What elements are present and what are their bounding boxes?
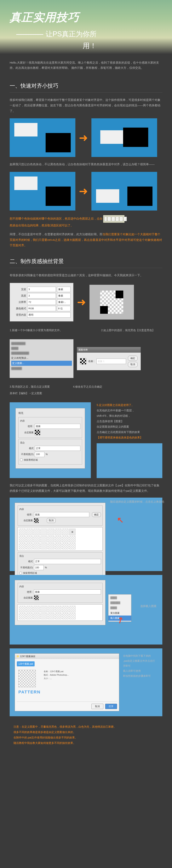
pattern-grid[interactable]: ⚙ — [18, 527, 103, 551]
cap2: 2.如上图中的选区，填充黑色【注意是黑色】 — [101, 328, 155, 333]
pattern-thumb — [80, 358, 86, 364]
white-block — [14, 123, 37, 136]
explorer-shot: 📁 129个图案抽丝 129个图案.pat PATTERN 名称：129个图案.… — [10, 648, 162, 716]
footnote: 注意：在定义图案中，尽量填充黑色，很多情况为黑，白色为无，其他情况自己琢磨。 很… — [10, 724, 162, 746]
s1-p1: 很多时候我们画图，希望某个对象相对于整个页面或者某个对象对齐居中。这个操作很简单… — [10, 97, 162, 114]
arrow-icon: ➜ — [77, 293, 86, 311]
cap3b: 菜单栏【编辑】→定义图案 — [10, 391, 50, 396]
gear-icon[interactable]: ⚙ — [69, 529, 75, 535]
s2-p5: 我们可以定义很多不同的图案，当然网上也有很多已经制作好的自定义图案的文件【.pa… — [10, 483, 162, 494]
file-meta: 名称：129个图案.pat 格式：Adobe Photoshop... 大小：.… — [44, 670, 69, 697]
demo1: ➜ — [10, 118, 162, 157]
before-box — [10, 118, 75, 157]
after-box2 — [92, 172, 157, 211]
new-doc-dialog: 宽度3像素 高度3像素 分辨率72像素/... 颜色模式RGB8 位 背景内容透… — [10, 283, 73, 321]
intro-text: Hello,大家好！很高兴能再次在这里和大家共同交流。继上个教程之后，收到了很多… — [10, 54, 162, 76]
explorer-notes: 在电脑中找到下载下来的 .pat自定义图案文件并点击打开即可 载入后即可使用 即… — [123, 653, 157, 679]
result-preview — [97, 443, 162, 478]
pattern-grid2[interactable] — [18, 604, 103, 621]
black-block — [46, 133, 71, 152]
white-block — [14, 177, 37, 190]
label-a: 随后选择自定义图案的时候，点击右上角齿轮 — [110, 499, 164, 504]
s1-p2: 如果我只想让白色色块动，不让黑色色块动，让白色色块相对于黑色色块垂直居中对齐，该… — [10, 162, 162, 167]
fill-dialog2: 内容 使用 :图案确定 自定图案取消 ⚙ 混合 模式正常 不透明度(O)100%… — [15, 503, 105, 581]
s1-p3: 想不想哪个色块动就画对哪个色块的选区，然后选中白色图层之后，点击 ⫞⫟⫠⊤⫧⊥ … — [10, 215, 162, 228]
cap1: 1.新建一个3×3像素大小背景为透明的文件。 — [10, 328, 62, 333]
before-box2 — [10, 172, 75, 211]
banner-title: 真正实用技巧 — [10, 8, 162, 27]
ok-button[interactable]: 确定 — [128, 356, 138, 361]
banner: 真正实用技巧 让PS真正为你所用！ — [0, 0, 172, 54]
fill-demo: 填充 内容 使用 :图案 自定图案 混合 模式正常 不透明度(O)100% 保留… — [10, 402, 162, 478]
after-box — [92, 118, 157, 157]
step5-notes: 5.定义好图案之后就是使用了。 在其他的文件中新建一个图层， shift+F5，… — [97, 402, 162, 478]
open-button[interactable]: 打开 — [105, 704, 117, 709]
edit-menu: ████████ ████ ██████████ 定义画笔预设... 定义图案.… — [10, 339, 73, 378]
file-explorer: 📁 129个图案抽丝 129个图案.pat PATTERN 名称：129个图案.… — [15, 653, 119, 711]
cancel-button[interactable]: 取消 — [128, 362, 138, 367]
s2-p1: 有很多朋友问我像这个教程的底纹和背景是怎么做的？其实，这种背景叫做抽丝。今天我就… — [10, 273, 162, 278]
load-pattern-shot2: 内容 使用 :图案 自定图案 ████ ██████ ████ 复位图案 载入图… — [10, 575, 162, 645]
cap4: 4.修改名字之后点击确定 — [73, 384, 102, 396]
pattern-name-dialog: 图案名称 名称 : 图案 1 确定 取消 — [77, 347, 141, 370]
cap3: 3.取消选区之后，随后点定义图案 — [10, 384, 50, 389]
newdoc-row: 宽度3像素 高度3像素 分辨率72像素/... 颜色模式RGB8 位 背景内容透… — [10, 283, 162, 321]
fill-screenshot: 填充 内容 使用 :图案 自定图案 混合 模式正常 不透明度(O)100% 保留… — [10, 402, 91, 478]
keep-transparent-checkbox[interactable] — [20, 459, 23, 461]
demo2: ➜ — [10, 172, 162, 211]
s1-p4: 同理，不仅仅是居中对齐，在需要使用对齐的时候，此方法都很好用。而当我们需要某个对… — [10, 231, 162, 248]
define-row: ████████ ████ ██████████ 定义画笔预设... 定义图案.… — [10, 339, 162, 378]
custom-pattern-picker[interactable] — [35, 430, 40, 435]
white-block — [96, 189, 119, 203]
define-pattern-item[interactable]: 定义图案... — [11, 361, 72, 366]
label-b: 选择载入图案 — [140, 604, 157, 609]
arrow-icon: ➜ — [79, 182, 88, 200]
checker-preview — [90, 285, 134, 319]
cancel-button[interactable]: 取消 — [92, 704, 103, 709]
align-panel: ⫞⫟⫠⊤⫧⊥ — [103, 215, 125, 223]
load-pattern-shot1: 内容 使用 :图案确定 自定图案取消 ⚙ 混合 模式正常 不透明度(O)100%… — [10, 498, 162, 571]
red-arrow-icon: ↖ — [117, 513, 124, 527]
banner-subtitle: 让PS真正为你所用！ — [10, 28, 162, 52]
arrow-icon: ➜ — [79, 129, 88, 147]
fill-dialog3: 内容 使用 :图案 自定图案 — [15, 580, 105, 625]
black-block — [123, 128, 148, 147]
content: Hello,大家好！很高兴能再次在这里和大家共同交流。继上个教程之后，收到了很多… — [0, 54, 172, 757]
pattern-name-input[interactable]: 图案 1 — [97, 359, 126, 364]
pat-thumb[interactable] — [19, 670, 36, 687]
fill-dialog: 填充 内容 使用 :图案 自定图案 混合 模式正常 不透明度(O)100% 保留… — [15, 408, 85, 469]
file-crumb[interactable]: 129个图案.pat — [17, 661, 35, 666]
section1-title: 一、快速对齐小技巧 — [10, 76, 162, 93]
black-block — [46, 187, 71, 206]
white-block — [100, 130, 124, 144]
folder-icon: 📁 — [16, 655, 19, 658]
section2-title: 二、制作质感抽丝背景 — [10, 252, 162, 268]
black-block — [127, 187, 152, 206]
